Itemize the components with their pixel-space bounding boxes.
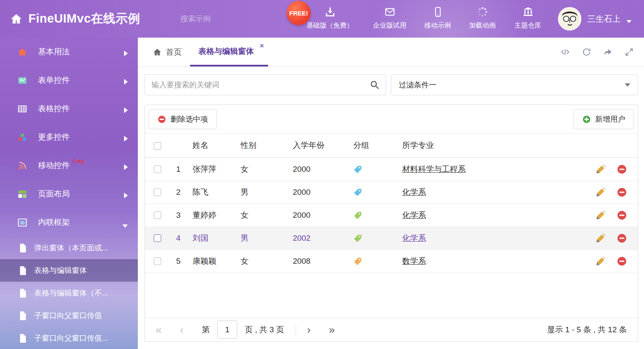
header-index — [168, 134, 188, 158]
delete-row-icon[interactable] — [617, 187, 627, 197]
row-checkbox[interactable] — [154, 211, 161, 219]
row-checkbox[interactable] — [154, 257, 161, 265]
select-all-checkbox[interactable] — [154, 142, 161, 150]
divider — [296, 324, 296, 336]
nav-label: 基础版（免费） — [307, 21, 353, 30]
major-link[interactable]: 化学系 — [402, 234, 426, 242]
table-row[interactable]: 5 康颖颖 女 2008 数学系 — [145, 250, 638, 273]
sidebar-subitem-label: 表格与编辑窗体（不... — [34, 288, 108, 298]
cell-major: 数学系 — [398, 250, 579, 273]
cell-checkbox — [145, 250, 168, 273]
cell-index: 5 — [168, 250, 188, 273]
delete-row-icon[interactable] — [617, 256, 627, 266]
refresh-icon[interactable] — [582, 47, 591, 57]
table-row[interactable]: 1 张萍萍 女 2000 材料科学与工程系 — [145, 158, 638, 181]
cell-group — [349, 204, 398, 227]
home-icon — [18, 47, 27, 57]
form-icon — [18, 76, 27, 85]
user-menu[interactable]: 三生石上 — [558, 0, 631, 38]
nav-label: 加载动画 — [469, 21, 496, 30]
cell-major: 化学系 — [398, 204, 579, 227]
sidebar-subitem-label: 子窗口向父窗口传值 — [34, 311, 102, 321]
sidebar-subitem-child-to-parent-2[interactable]: 子窗口向父窗口传值... — [0, 327, 138, 349]
sidebar-item-page-layout[interactable]: 页面布局 — [0, 180, 138, 208]
table-row[interactable]: 3 董婷婷 女 2000 化学系 — [145, 204, 638, 227]
delete-selected-label: 删除选中项 — [170, 114, 208, 124]
keyword-search — [145, 74, 386, 95]
keyword-search-input[interactable] — [151, 80, 370, 90]
source-code-icon[interactable] — [560, 47, 570, 57]
tag-icon — [353, 188, 362, 197]
cell-index: 3 — [168, 204, 188, 227]
cell-index: 4 — [168, 227, 188, 250]
chevron-right-icon — [124, 49, 128, 55]
fullscreen-icon[interactable] — [624, 47, 634, 57]
sidebar-subitem-child-to-parent[interactable]: 子窗口向父窗口传值 — [0, 304, 138, 327]
edit-icon[interactable] — [596, 233, 606, 243]
sidebar-item-inline-frame[interactable]: 内联框架 — [0, 208, 138, 237]
tag-icon — [353, 234, 362, 243]
download-icon — [325, 6, 336, 18]
major-link[interactable]: 材料科学与工程系 — [402, 165, 466, 173]
delete-row-icon[interactable] — [617, 233, 627, 243]
envelope-icon — [384, 6, 396, 18]
chevron-down-icon — [122, 221, 128, 224]
sidebar-subitem-label: 表格与编辑窗体 — [34, 265, 87, 275]
nav-theme-repo[interactable]: 主题仓库 — [497, 6, 559, 30]
sidebar-item-mobile-controls[interactable]: 移动控件 Corp. — [0, 151, 138, 180]
cell-actions — [579, 250, 638, 273]
sidebar-subitem-grid-edit-window[interactable]: 表格与编辑窗体 — [0, 259, 138, 282]
sidebar-subitem-popup-window[interactable]: 弹出窗体（本页面或... — [0, 237, 138, 259]
user-table: 姓名 性别 入学年份 分组 所学专业 1 张萍萍 女 2000 — [145, 134, 638, 273]
mobile-icon — [432, 6, 444, 18]
grid-toolbar: 删除选中项 新增用户 — [145, 105, 638, 134]
table-row[interactable]: 2 陈飞 男 2000 化学系 — [145, 181, 638, 204]
page-number-input[interactable] — [217, 321, 237, 339]
sidebar: 基本用法 表单控件 表格控件 更多控件 移动控件 Corp. 页面布局 — [0, 38, 138, 349]
prev-page-button[interactable]: ‹ — [180, 325, 183, 335]
edit-icon[interactable] — [596, 164, 606, 174]
tab-home[interactable]: 首页 — [145, 38, 190, 66]
delete-selected-button[interactable]: 删除选中项 — [149, 109, 217, 129]
record-summary: 显示 1 - 5 条 , 共 12 条 — [547, 324, 627, 335]
page-label-before: 第 — [202, 324, 210, 335]
row-checkbox[interactable] — [154, 166, 161, 173]
major-link[interactable]: 数学系 — [402, 257, 426, 265]
last-page-button[interactable]: » — [329, 325, 335, 335]
app-logo[interactable]: FineUIMvc在线示例 — [10, 0, 140, 38]
major-link[interactable]: 化学系 — [402, 188, 426, 196]
delete-row-icon[interactable] — [617, 164, 627, 174]
filter-dropdown[interactable]: 过滤条件一 — [391, 74, 638, 95]
sidebar-item-form-controls[interactable]: 表单控件 — [0, 66, 138, 94]
row-checkbox[interactable] — [154, 234, 161, 242]
tag-icon — [353, 211, 362, 220]
pagination-bar: « ‹ 第 页 , 共 3 页 › » 显示 1 - 5 条 , 共 12 条 — [145, 318, 638, 341]
mobile-signal-icon — [18, 161, 27, 171]
add-user-button[interactable]: 新增用户 — [573, 109, 634, 129]
row-checkbox[interactable] — [154, 189, 161, 196]
cell-actions — [579, 158, 638, 181]
edit-icon[interactable] — [596, 256, 606, 266]
sidebar-item-more-controls[interactable]: 更多控件 — [0, 123, 138, 151]
next-page-button[interactable]: › — [307, 325, 310, 335]
edit-icon[interactable] — [596, 210, 606, 220]
edit-icon[interactable] — [596, 187, 606, 197]
sidebar-subitem-grid-edit-window-2[interactable]: 表格与编辑窗体（不... — [0, 282, 138, 304]
close-icon[interactable]: × — [260, 42, 264, 49]
major-link[interactable]: 化学系 — [402, 211, 426, 219]
table-row-selected[interactable]: 4 刘国 男 2002 化学系 — [145, 227, 638, 250]
tab-label: 表格与编辑窗体 — [198, 46, 254, 57]
header-search — [180, 11, 269, 27]
sidebar-item-grid-controls[interactable]: 表格控件 — [0, 94, 138, 123]
chevron-right-icon — [124, 191, 128, 197]
delete-row-icon[interactable] — [617, 210, 627, 220]
share-icon[interactable] — [603, 47, 613, 57]
chevron-down-icon — [626, 17, 631, 20]
header-search-input[interactable] — [180, 14, 278, 24]
search-icon[interactable] — [370, 80, 380, 90]
tab-grid-edit-window[interactable]: 表格与编辑窗体 × — [190, 38, 268, 66]
file-icon — [19, 289, 27, 298]
tag-icon — [353, 165, 362, 174]
sidebar-item-basic-usage[interactable]: 基本用法 — [0, 38, 138, 66]
first-page-button[interactable]: « — [156, 325, 162, 335]
